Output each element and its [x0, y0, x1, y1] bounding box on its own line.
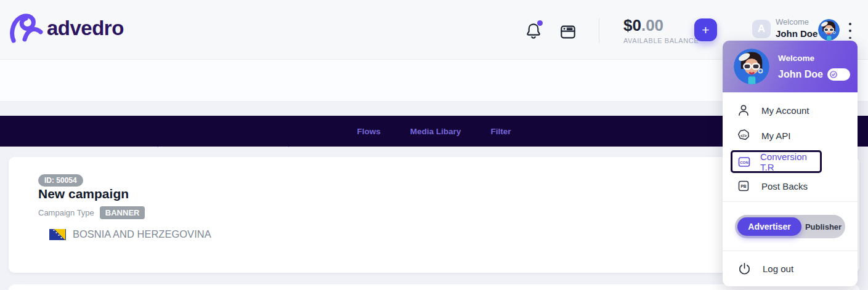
- campaign-type-badge: BANNER: [100, 206, 145, 219]
- subnav-link-filter[interactable]: Filter: [490, 127, 511, 136]
- menu-divider: [723, 201, 858, 202]
- balance-amount: $0.00: [623, 16, 699, 35]
- menu-item-post-backs[interactable]: PB Post Backs: [723, 174, 858, 198]
- campaign-country-row: BOSNIA AND HERZEGOVINA: [49, 228, 211, 240]
- role-toggle[interactable]: Advertiser Publisher: [735, 215, 845, 238]
- svg-text:CON: CON: [740, 159, 748, 164]
- user-icon: [736, 103, 751, 118]
- subnav-link-media-library[interactable]: Media Libary: [410, 127, 461, 136]
- api-code-icon: </>: [736, 128, 751, 143]
- wallet-button[interactable]: [558, 22, 579, 42]
- advedro-logo-icon: [9, 11, 44, 46]
- campaign-type-row: Campaign Type BANNER: [38, 206, 145, 219]
- dropdown-user-avatar: [734, 49, 769, 84]
- balance-label: AVAILABLE BALANCE: [623, 37, 699, 44]
- role-option-advertiser[interactable]: Advertiser: [737, 217, 801, 236]
- campaign-title: New campaign: [38, 187, 129, 201]
- kebab-menu-icon[interactable]: [846, 23, 854, 39]
- app-window: advedro: [0, 0, 868, 290]
- header-divider: [599, 18, 599, 43]
- check-circle-icon: [829, 70, 838, 79]
- menu-item-my-account[interactable]: My Account: [723, 98, 858, 123]
- user-name: John Doe: [776, 28, 817, 39]
- user-avatar[interactable]: [818, 19, 840, 41]
- add-funds-button[interactable]: +: [694, 18, 717, 41]
- bosnia-and-herzegovina-flag-icon: [49, 229, 66, 240]
- role-option-publisher[interactable]: Publisher: [801, 222, 845, 232]
- dropdown-user-name: John Doe: [778, 69, 823, 80]
- wallet-card-icon: [558, 22, 579, 42]
- menu-item-logout[interactable]: Log out: [723, 256, 858, 281]
- subnav-link-flows[interactable]: Flows: [357, 127, 381, 136]
- campaign-country-name: BOSNIA AND HERZEGOVINA: [73, 228, 211, 240]
- avatar-letter-badge: A: [752, 20, 771, 38]
- balance-display: $0.00 AVAILABLE BALANCE: [623, 16, 699, 44]
- verified-toggle[interactable]: [827, 68, 850, 81]
- power-icon: [737, 262, 752, 276]
- brand-logo[interactable]: advedro: [9, 11, 124, 46]
- svg-text:PB: PB: [741, 184, 747, 188]
- conversion-icon: CON: [737, 155, 752, 169]
- header-welcome: Welcome John Doe: [776, 17, 817, 39]
- user-dropdown-menu: Welcome John Doe My Account: [723, 41, 858, 286]
- campaign-type-label: Campaign Type: [38, 208, 94, 217]
- menu-item-conversion-tr[interactable]: CON Conversion T.R: [731, 150, 822, 173]
- menu-item-my-api[interactable]: </> My API: [723, 123, 858, 148]
- dropdown-welcome-label: Welcome: [778, 54, 814, 63]
- brand-name: advedro: [47, 17, 124, 40]
- dropdown-header: Welcome John Doe: [723, 41, 858, 92]
- campaign-id-badge: ID: 50054: [38, 174, 83, 187]
- notifications-button[interactable]: [524, 20, 545, 41]
- welcome-label: Welcome: [776, 17, 817, 26]
- postbacks-icon: PB: [736, 179, 751, 193]
- menu-divider-2: [723, 251, 858, 251]
- notification-dot: [537, 20, 543, 26]
- svg-text:</>: </>: [740, 134, 747, 138]
